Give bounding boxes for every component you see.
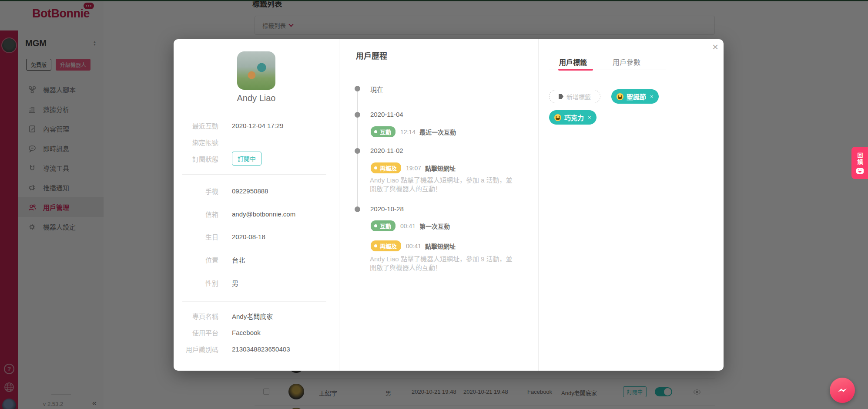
profile-field: 信箱 andy@botbonnie.com [174,210,339,219]
messenger-bolt-icon [835,383,849,397]
profile-name: Andy Liao [174,93,339,103]
timeline-dot [355,86,360,91]
emoji-grin-icon [554,114,561,121]
timeline-description: Andy Liao 點擊了機器人短網址，參加 a 活動，並開啟了與機器人的互動！ [370,176,513,193]
timeline-dot [355,206,360,212]
timeline-title: 用戶歷程 [356,50,387,61]
feedback-bubble-icon [856,168,864,174]
profile-field: 專頁名稱 Andy老闆底家 [174,311,339,321]
tab-user-params[interactable]: 用戶參數 [613,57,640,67]
tag-chip[interactable]: 聖誕節 × [611,89,659,104]
retouch-badge: 再觸及 [371,162,401,173]
profile-field: 手機 0922950888 [174,186,339,196]
timeline-date: 2020-10-28 [370,205,404,213]
tab-user-tags[interactable]: 用戶標籤 [559,57,587,67]
profile-field: 使用平台 Facebook [174,328,339,337]
tag-icon [559,94,563,99]
profile-field: 訂閱狀態 訂閱中 [174,152,339,166]
profile-field: 位置 台北 [174,255,339,264]
column-divider [538,39,539,371]
timeline-date: 2020-11-04 [370,111,403,118]
timeline-event: 再觸及 19:07 點擊短網址 [371,162,456,173]
profile-field: 用戶識別碼 2130348823650403 [174,345,339,354]
remove-tag-icon[interactable]: × [650,93,654,100]
timeline-event: 互動 00:41 第一次互動 [371,220,450,231]
tag-chip[interactable]: 巧克力 × [549,110,597,125]
timeline-date: 2020-11-02 [370,147,403,154]
section-divider [182,174,326,175]
feedback-label: 回饋 [856,152,864,166]
app-root: BotBonnie MGM ▲▼ 免費版 升級機器人 機器人腳本 數據分析 內容… [0,0,868,409]
column-divider [339,39,339,371]
timeline-description: Andy Liao 點擊了機器人短網址，參加 9 活動，並開啟了與機器人的互動！ [370,255,513,272]
profile-field: 性別 男 [174,278,339,287]
timeline-date: 現在 [370,85,383,94]
timeline-event: 再觸及 00:41 點擊短網址 [371,240,456,251]
subscription-status-badge: 訂閱中 [232,152,261,166]
profile-avatar [237,51,275,90]
profile-field: 生日 2020-08-18 [174,232,339,241]
user-detail-modal: × Andy Liao 最近互動 2020-12-04 17:29 綁定帳號 訂… [174,39,724,371]
profile-field: 最近互動 2020-12-04 17:29 [174,121,339,130]
messenger-button[interactable] [830,378,855,403]
retouch-badge: 再觸及 [371,240,401,251]
timeline-event: 互動 12:14 最近一次互動 [371,126,456,137]
interaction-badge: 互動 [371,220,395,231]
add-tag-button[interactable]: 新增標籤 [549,90,600,103]
profile-field: 綁定帳號 [174,138,339,147]
interaction-badge: 互動 [371,126,395,137]
add-tag-placeholder: 新增標籤 [566,92,591,101]
emoji-grin-icon [617,93,623,100]
active-tab-indicator [558,69,593,71]
feedback-tab[interactable]: 回饋 [851,147,868,179]
timeline-dot [355,112,360,118]
close-icon[interactable]: × [712,41,718,53]
section-divider [182,301,326,302]
timeline-dot [355,148,360,154]
remove-tag-icon[interactable]: × [588,114,591,121]
